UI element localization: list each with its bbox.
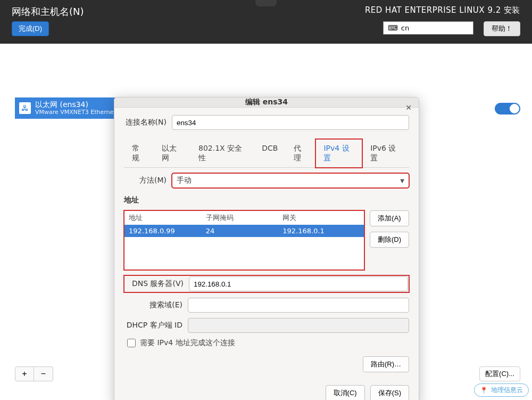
keyboard-icon: ⌨ bbox=[388, 24, 398, 32]
delete-address-button[interactable]: 删除(D) bbox=[370, 232, 409, 248]
address-buttons: 添加(A) 删除(D) bbox=[370, 210, 409, 248]
dns-label: DNS 服务器(V) bbox=[125, 279, 184, 289]
installer-label: RED HAT ENTERPRISE LINUX 9.2 安装 bbox=[365, 5, 520, 15]
edit-connection-dialog: 编辑 ens34 ✕ 连接名称(N) 常规 以太网 802.1X 安全性 DCB… bbox=[114, 97, 419, 400]
configure-button[interactable]: 配置(C)... bbox=[479, 366, 520, 381]
dhcp-client-label: DHCP 客户端 ID bbox=[124, 321, 182, 330]
require-ipv4-checkbox[interactable]: 需要 IPv4 地址完成这个连接 bbox=[127, 338, 409, 348]
page-title: 网络和主机名(N) bbox=[12, 5, 84, 18]
tab-proxy[interactable]: 代理 bbox=[286, 139, 315, 168]
dhcp-client-row: DHCP 客户端 ID bbox=[124, 318, 409, 333]
search-domain-label: 搜索域(E) bbox=[124, 300, 182, 310]
dialog-footer: 取消(C) 保存(S) bbox=[114, 380, 419, 400]
connection-toggle[interactable] bbox=[495, 103, 520, 115]
dialog-title: 编辑 ens34 bbox=[245, 97, 288, 107]
require-ipv4-input[interactable] bbox=[127, 339, 136, 347]
address-area: 地址 子网掩码 网关 192.168.0.99 24 192.168.0.1 添… bbox=[124, 210, 409, 270]
tab-bar: 常规 以太网 802.1X 安全性 DCB 代理 IPv4 设置 IPv6 设置 bbox=[124, 138, 409, 168]
dialog-titlebar[interactable]: 编辑 ens34 ✕ bbox=[114, 97, 419, 108]
address-table-header: 地址 子网掩码 网关 bbox=[124, 211, 364, 225]
watermark: 📍 地理信息云 bbox=[474, 383, 529, 397]
address-section-label: 地址 bbox=[124, 195, 409, 205]
top-handle bbox=[255, 0, 277, 6]
cell-netmask: 24 bbox=[206, 227, 283, 235]
address-table[interactable]: 地址 子网掩码 网关 192.168.0.99 24 192.168.0.1 bbox=[124, 210, 364, 270]
remove-interface-button[interactable]: − bbox=[34, 366, 53, 381]
cell-gateway: 192.168.0.1 bbox=[282, 227, 360, 235]
connection-name-label: 连接名称(N) bbox=[124, 118, 167, 127]
tab-ethernet[interactable]: 以太网 bbox=[154, 139, 190, 168]
tab-8021x[interactable]: 802.1X 安全性 bbox=[190, 139, 254, 168]
add-remove-group: + − bbox=[15, 366, 53, 381]
pin-icon: 📍 bbox=[480, 387, 488, 394]
tab-ipv4[interactable]: IPv4 设置 bbox=[315, 139, 362, 168]
save-button[interactable]: 保存(S) bbox=[370, 385, 409, 400]
add-interface-button[interactable]: + bbox=[15, 366, 34, 381]
top-bar: 网络和主机名(N) 完成(D) RED HAT ENTERPRISE LINUX… bbox=[0, 0, 532, 44]
dhcp-client-input bbox=[188, 318, 409, 333]
ethernet-icon: 🖧 bbox=[19, 102, 31, 114]
routes-button[interactable]: 路由(R)… bbox=[363, 356, 409, 372]
tab-ipv6[interactable]: IPv6 设置 bbox=[362, 139, 409, 168]
dns-row: DNS 服务器(V) bbox=[124, 275, 409, 292]
add-address-button[interactable]: 添加(A) bbox=[370, 210, 409, 226]
col-address: 地址 bbox=[129, 213, 206, 223]
help-button[interactable]: 帮助！ bbox=[484, 21, 520, 36]
search-domain-input[interactable] bbox=[188, 298, 409, 313]
method-select[interactable]: 手动 ▼ bbox=[172, 173, 409, 188]
dialog-body: 连接名称(N) 常规 以太网 802.1X 安全性 DCB 代理 IPv4 设置… bbox=[114, 108, 419, 380]
watermark-text: 地理信息云 bbox=[491, 386, 523, 395]
require-ipv4-label: 需要 IPv4 地址完成这个连接 bbox=[140, 338, 235, 348]
tab-dcb[interactable]: DCB bbox=[254, 139, 286, 168]
col-netmask: 子网掩码 bbox=[206, 213, 283, 223]
chevron-down-icon: ▼ bbox=[400, 178, 404, 184]
address-table-row[interactable]: 192.168.0.99 24 192.168.0.1 bbox=[124, 225, 364, 237]
connection-name-input[interactable] bbox=[172, 115, 409, 130]
tab-general[interactable]: 常规 bbox=[124, 139, 154, 168]
done-button[interactable]: 完成(D) bbox=[12, 21, 49, 36]
col-gateway: 网关 bbox=[282, 213, 360, 223]
cancel-button[interactable]: 取消(C) bbox=[326, 385, 365, 400]
connection-name-row: 连接名称(N) bbox=[124, 115, 409, 130]
method-row: 方法(M) 手动 ▼ bbox=[124, 173, 409, 188]
content-area: 🖧 以太网 (ens34) VMware VMXNET3 Ethernet Co… bbox=[0, 44, 532, 400]
method-value: 手动 bbox=[177, 176, 192, 185]
keyboard-indicator[interactable]: ⌨ cn bbox=[383, 21, 473, 35]
dns-input[interactable] bbox=[189, 276, 408, 291]
cell-address: 192.168.0.99 bbox=[129, 227, 206, 235]
keyboard-layout-label: cn bbox=[401, 24, 409, 32]
close-icon[interactable]: ✕ bbox=[404, 103, 413, 112]
method-label: 方法(M) bbox=[124, 176, 167, 185]
search-domain-row: 搜索域(E) bbox=[124, 298, 409, 313]
route-row: 路由(R)… bbox=[124, 356, 409, 372]
